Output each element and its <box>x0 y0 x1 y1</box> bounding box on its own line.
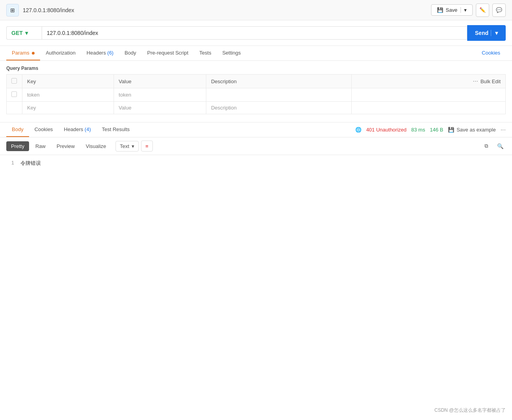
send-label: Send <box>475 30 488 36</box>
request-tabs-bar: Params Authorization Headers (6) Body Pr… <box>0 46 512 61</box>
row-checkbox[interactable] <box>11 91 17 97</box>
view-tab-preview[interactable]: Preview <box>52 141 79 151</box>
save-chevron-icon[interactable]: ▾ <box>461 7 467 13</box>
bulk-edit-label[interactable]: Bulk Edit <box>481 79 501 84</box>
placeholder-checkbox-cell <box>7 102 22 114</box>
table-row: token token <box>7 88 506 102</box>
request-bar: GET ▾ Send ▾ <box>0 20 512 46</box>
save-label: Save <box>446 7 457 13</box>
save-button[interactable]: 💾 Save ▾ <box>431 4 473 16</box>
page-title: 127.0.0.1:8080/index <box>23 7 74 13</box>
app-icon: ⊞ <box>6 4 19 16</box>
select-all-checkbox[interactable] <box>11 78 17 84</box>
col-description: Description <box>206 75 351 88</box>
response-tab-headers[interactable]: Headers (4) <box>59 122 97 137</box>
format-chevron-icon: ▾ <box>132 143 134 149</box>
method-label: GET <box>11 30 23 36</box>
headers-label: Headers <box>86 50 107 56</box>
tab-params[interactable]: Params <box>6 46 40 60</box>
format-label: Text <box>120 143 129 149</box>
col-bulk-edit: ··· Bulk Edit <box>351 75 505 88</box>
row-key[interactable]: token <box>22 88 114 102</box>
response-more-icon[interactable]: ··· <box>501 126 506 133</box>
edit-button[interactable]: ✏️ <box>476 4 489 17</box>
url-input[interactable] <box>42 26 467 40</box>
placeholder-actions <box>351 102 505 114</box>
tab-pre-request[interactable]: Pre-request Script <box>142 46 194 60</box>
row-value[interactable]: token <box>114 88 206 102</box>
top-bar-right: 💾 Save ▾ ✏️ 💬 <box>431 4 506 17</box>
globe-icon: 🌐 <box>355 127 362 133</box>
query-params-label: Query Params <box>6 66 506 71</box>
more-options-icon[interactable]: ··· <box>473 78 478 85</box>
line-content: 令牌错误 <box>20 160 41 167</box>
toolbar-right: ⧉ 🔍 <box>481 141 506 152</box>
response-body-toolbar: Pretty Raw Preview Visualize Text ▾ ≡ ⧉ … <box>0 137 512 155</box>
tab-body[interactable]: Body <box>119 46 142 60</box>
response-tab-body[interactable]: Body <box>6 122 29 137</box>
view-tab-pretty[interactable]: Pretty <box>6 141 29 151</box>
code-line: 1 令牌错误 <box>6 160 506 167</box>
col-checkbox <box>7 75 22 88</box>
save-example-label: Save as example <box>457 127 496 133</box>
method-chevron-icon: ▾ <box>25 30 28 36</box>
status-badge: 401 Unauthorized <box>366 127 407 133</box>
chat-icon: 💬 <box>496 7 502 13</box>
tab-cookies[interactable]: Cookies <box>476 46 506 60</box>
save-example-icon: 💾 <box>448 127 454 133</box>
tab-settings[interactable]: Settings <box>217 46 246 60</box>
col-value: Value <box>114 75 206 88</box>
tab-tests[interactable]: Tests <box>194 46 217 60</box>
send-button[interactable]: Send ▾ <box>467 25 506 41</box>
response-time: 83 ms <box>411 127 425 133</box>
response-area: Body Cookies Headers (4) Test Results 🌐 … <box>0 122 512 202</box>
line-number: 1 <box>6 160 14 166</box>
send-chevron-icon[interactable]: ▾ <box>491 30 498 36</box>
app-icon-symbol: ⊞ <box>10 7 15 13</box>
params-table: Key Value Description ··· Bulk Edit toke… <box>6 74 506 114</box>
response-tab-cookies[interactable]: Cookies <box>29 122 59 137</box>
response-tab-test-results[interactable]: Test Results <box>96 122 135 137</box>
wrap-button[interactable]: ≡ <box>141 141 153 152</box>
response-tabs-bar: Body Cookies Headers (4) Test Results 🌐 … <box>0 122 512 137</box>
table-row-placeholder: Key Value Description <box>7 102 506 114</box>
search-button[interactable]: 🔍 <box>495 141 506 152</box>
tab-headers[interactable]: Headers (6) <box>81 46 119 60</box>
col-key: Key <box>22 75 114 88</box>
method-select[interactable]: GET ▾ <box>6 26 42 40</box>
response-meta: 🌐 401 Unauthorized 83 ms 146 B 💾 Save as… <box>355 126 506 133</box>
save-example-button[interactable]: 💾 Save as example <box>448 127 496 133</box>
response-code-area: 1 令牌错误 <box>0 155 512 202</box>
top-bar: ⊞ 127.0.0.1:8080/index 💾 Save ▾ ✏️ 💬 <box>0 0 512 20</box>
view-tab-raw[interactable]: Raw <box>31 141 50 151</box>
row-actions <box>351 88 505 102</box>
top-bar-left: ⊞ 127.0.0.1:8080/index <box>6 4 74 16</box>
placeholder-value[interactable]: Value <box>114 102 206 114</box>
copy-button[interactable]: ⧉ <box>481 141 492 152</box>
tab-authorization[interactable]: Authorization <box>40 46 81 60</box>
copy-icon: ⧉ <box>484 143 488 149</box>
response-size: 146 B <box>430 127 443 133</box>
params-section: Query Params Key Value Description ··· B… <box>0 61 512 114</box>
row-description[interactable] <box>206 88 351 102</box>
search-icon: 🔍 <box>497 143 504 149</box>
params-dot <box>32 52 35 55</box>
placeholder-key[interactable]: Key <box>22 102 114 114</box>
watermark: CSDN @怎么这么多名字都被占了 <box>434 407 506 414</box>
chat-button[interactable]: 💬 <box>492 4 506 17</box>
wrap-icon: ≡ <box>145 143 149 149</box>
row-checkbox-cell <box>7 88 22 102</box>
edit-icon: ✏️ <box>479 7 486 13</box>
format-select[interactable]: Text ▾ <box>116 141 139 152</box>
save-icon: 💾 <box>437 7 443 13</box>
placeholder-description[interactable]: Description <box>206 102 351 114</box>
view-tab-visualize[interactable]: Visualize <box>81 141 111 151</box>
